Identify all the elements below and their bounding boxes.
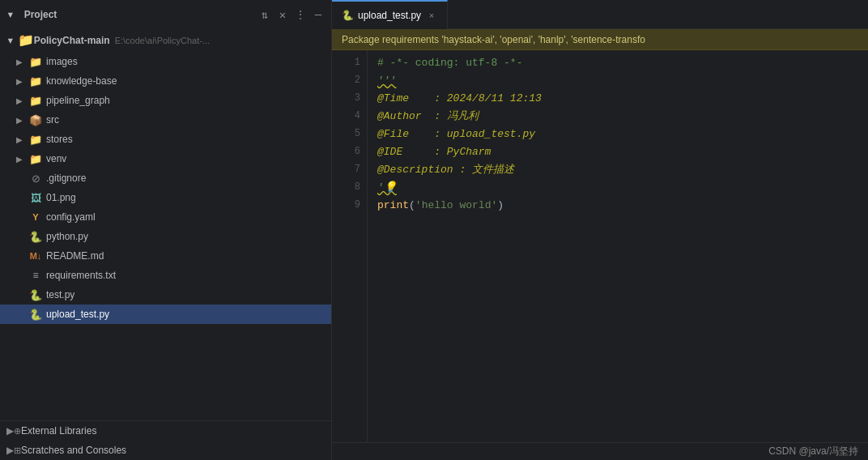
external-libraries-item[interactable]: ▶ ⊕ External Libraries <box>0 421 331 441</box>
tab-python-icon: 🐍 <box>342 10 353 21</box>
code-line-6: @IDE : PyCharm <box>377 143 868 160</box>
item-label: src <box>46 114 59 126</box>
code-editor[interactable]: 1 2 3 4 5 6 7 8 9 # -*- coding: utf-8 -*… <box>332 50 868 442</box>
project-root-name: PolicyChat-main <box>34 35 110 46</box>
code-line-3: @Time : 2024/8/11 12:13 <box>377 89 868 107</box>
item-label: 01.png <box>46 192 76 203</box>
code-token: @File : upload_test.py <box>377 128 535 140</box>
code-token: @IDE : PyCharm <box>377 146 491 158</box>
sidebar-item-images[interactable]: ▶ 📁 images <box>0 52 331 71</box>
item-label: pipeline_graph <box>46 95 110 106</box>
line-num-6: 6 <box>332 143 367 160</box>
sidebar-title: Project <box>24 9 252 20</box>
watermark-text: CSDN @java/冯坚持 <box>768 445 858 458</box>
sidebar-item-venv[interactable]: ▶ 📁 venv <box>0 149 331 168</box>
tab-close-button[interactable]: × <box>426 10 437 21</box>
sidebar-item-python-py[interactable]: ▶ 🐍 python.py <box>0 227 331 246</box>
code-token: @Author : 冯凡利 <box>377 109 479 123</box>
code-line-2: ''' <box>377 71 868 89</box>
sidebar-item-config-yaml[interactable]: ▶ Y config.yaml <box>0 207 331 227</box>
tab-upload-test-py[interactable]: 🐍 upload_test.py × <box>332 0 448 29</box>
line-num-5: 5 <box>332 125 367 143</box>
item-label: External Libraries <box>21 425 96 437</box>
code-token: '💡 <box>377 181 397 194</box>
project-root[interactable]: ▾ 📁 PolicyChat-main E:\code\ai\PolicyCha… <box>0 29 331 52</box>
code-content[interactable]: # -*- coding: utf-8 -*- ''' @Time : 2024… <box>368 50 868 442</box>
line-num-8: 8 <box>332 178 367 196</box>
ext-lib-icon: ⊕ <box>14 426 21 437</box>
folder-icon: 📁 <box>29 75 42 87</box>
editor-area: 🐍 upload_test.py × Package requirements … <box>332 0 868 460</box>
sidebar-item-pipeline-graph[interactable]: ▶ 📁 pipeline_graph <box>0 91 331 110</box>
code-token: ( <box>409 199 415 211</box>
sidebar-toolbar: ⇅ ✕ ⋮ — <box>258 8 325 21</box>
sidebar-item-readme[interactable]: ▶ M↓ README.md <box>0 246 331 266</box>
code-line-9: print('hello world') <box>377 196 868 214</box>
code-line-1: # -*- coding: utf-8 -*- <box>377 53 868 71</box>
code-token: @Description : 文件描述 <box>377 162 514 177</box>
sort-icon[interactable]: ⇅ <box>258 8 271 21</box>
menu-icon[interactable]: ⋮ <box>294 8 307 21</box>
python-icon: 🐍 <box>29 309 42 321</box>
image-icon: 🖼 <box>29 192 42 204</box>
item-label: upload_test.py <box>46 309 109 320</box>
item-label: python.py <box>46 231 88 242</box>
line-num-9: 9 <box>332 196 367 214</box>
item-label: test.py <box>46 289 74 300</box>
item-label: images <box>46 56 78 67</box>
minimize-icon[interactable]: — <box>312 8 325 21</box>
line-num-4: 4 <box>332 107 367 125</box>
sidebar-header: ▾ Project ⇅ ✕ ⋮ — <box>0 0 331 29</box>
sidebar-item-stores[interactable]: ▶ 📁 stores <box>0 130 331 149</box>
sidebar-item-upload-test-py[interactable]: ▶ 🐍 upload_test.py <box>0 305 331 324</box>
line-num-7: 7 <box>332 160 367 178</box>
sidebar-item-requirements[interactable]: ▶ ≡ requirements.txt <box>0 266 331 285</box>
code-token: @Time : 2024/8/11 12:13 <box>377 92 542 104</box>
sidebar: ▾ Project ⇅ ✕ ⋮ — ▾ 📁 PolicyChat-main E:… <box>0 0 332 460</box>
warning-text: Package requirements 'haystack-ai', 'ope… <box>342 34 645 45</box>
python-icon: 🐍 <box>29 289 42 301</box>
root-expand-arrow: ▾ <box>6 32 15 49</box>
code-token: # -*- coding: utf-8 -*- <box>377 57 522 69</box>
code-line-4: @Author : 冯凡利 <box>377 107 868 125</box>
close-icon[interactable]: ✕ <box>276 8 289 21</box>
markdown-icon: M↓ <box>29 251 42 261</box>
sidebar-item-knowledge-base[interactable]: ▶ 📁 knowledge-base <box>0 71 331 91</box>
gitignore-icon: ⊘ <box>29 172 42 185</box>
code-token: print <box>377 199 409 211</box>
sidebar-item-src[interactable]: ▶ 📦 src <box>0 110 331 130</box>
expand-icon: ▶ <box>16 135 26 144</box>
folder-icon: 📁 <box>29 134 42 146</box>
code-line-7: @Description : 文件描述 <box>377 160 868 178</box>
expand-icon: ▶ <box>16 96 26 105</box>
sidebar-item-01png[interactable]: ▶ 🖼 01.png <box>0 188 331 207</box>
project-root-path: E:\code\ai\PolicyChat-... <box>115 36 210 45</box>
tab-bar: 🐍 upload_test.py × <box>332 0 868 29</box>
line-num-2: 2 <box>332 71 367 89</box>
line-num-3: 3 <box>332 89 367 107</box>
code-token: 'hello world' <box>415 199 497 211</box>
expand-icon: ▶ <box>6 445 14 456</box>
code-line-5: @File : upload_test.py <box>377 125 868 143</box>
sidebar-bottom: ▶ ⊕ External Libraries ▶ ⊞ Scratches and… <box>0 420 331 460</box>
sidebar-item-test-py[interactable]: ▶ 🐍 test.py <box>0 285 331 305</box>
yaml-icon: Y <box>29 212 42 222</box>
tab-filename: upload_test.py <box>358 10 421 21</box>
folder-icon: 📁 <box>29 153 42 165</box>
item-label: requirements.txt <box>46 270 116 281</box>
expand-icon: ▶ <box>6 425 14 437</box>
line-numbers: 1 2 3 4 5 6 7 8 9 <box>332 50 368 442</box>
item-label: Scratches and Consoles <box>21 445 126 456</box>
item-label: README.md <box>46 250 104 262</box>
project-arrow: ▾ <box>6 6 15 23</box>
scratches-consoles-item[interactable]: ▶ ⊞ Scratches and Consoles <box>0 441 331 460</box>
sidebar-item-gitignore[interactable]: ▶ ⊘ .gitignore <box>0 168 331 188</box>
code-line-8: '💡 <box>377 178 868 196</box>
expand-icon: ▶ <box>16 77 26 86</box>
code-token: ) <box>497 199 504 211</box>
warning-banner: Package requirements 'haystack-ai', 'ope… <box>332 29 868 50</box>
expand-icon: ▶ <box>16 116 26 125</box>
python-icon: 🐍 <box>29 231 42 243</box>
expand-icon: ▶ <box>16 155 26 164</box>
item-label: venv <box>46 153 66 164</box>
